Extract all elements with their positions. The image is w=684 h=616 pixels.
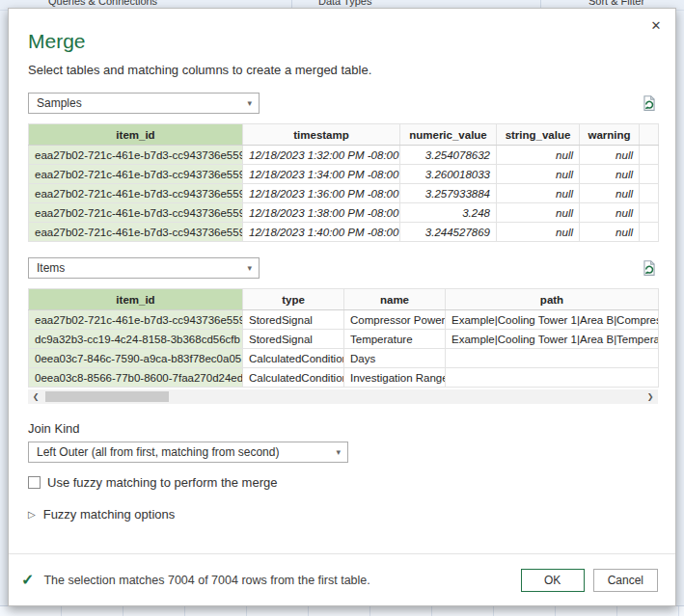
table-cell[interactable] [446, 349, 659, 368]
table-cell[interactable]: eaa27b02-721c-461e-b7d3-cc943736e559 [29, 146, 243, 165]
second-table-selector-row: Items ▾ [28, 257, 658, 279]
table-row: 0eea03c7-846c-7590-a9ca-b83f78ec0a05 Cal… [29, 349, 659, 368]
table-cell[interactable]: Investigation Range [344, 368, 446, 388]
join-kind-label: Join Kind [28, 421, 656, 436]
column-header-item-id[interactable]: item_id [29, 289, 243, 310]
table-cell[interactable]: 12/18/2023 1:38:00 PM -08:00 [243, 203, 400, 223]
success-check-icon: ✓ [21, 571, 34, 589]
table-cell[interactable]: null [580, 146, 640, 165]
ribbon-group-queries-connections: Queries & Connections [48, 0, 157, 7]
column-header-numeric-value[interactable]: numeric_value [400, 124, 497, 146]
status-message: The selection matches 7004 of 7004 rows … [43, 574, 511, 587]
header-row: item_id type name path [29, 289, 659, 310]
header-row: item_id timestamp numeric_value string_v… [29, 124, 659, 146]
filler-header [640, 124, 659, 146]
column-header-type[interactable]: type [243, 289, 344, 310]
table-cell[interactable]: null [497, 203, 580, 223]
table-cell[interactable]: StoredSignal [243, 310, 344, 330]
filler-cell [640, 223, 659, 242]
column-header-path[interactable]: path [446, 289, 659, 310]
table-cell[interactable]: StoredSignal [243, 330, 344, 349]
dialog-subtitle: Select tables and matching columns to cr… [28, 63, 656, 77]
ribbon-group-sort-filter: Sort & Filter [588, 0, 644, 7]
fuzzy-matching-checkbox-label: Use fuzzy matching to perform the merge [47, 475, 277, 490]
table-cell[interactable]: null [580, 223, 640, 242]
table-cell[interactable]: Example|Cooling Tower 1|Area B|Compress [446, 310, 659, 330]
first-table-preview: item_id timestamp numeric_value string_v… [28, 123, 659, 242]
table-row: eaa27b02-721c-461e-b7d3-cc943736e559 12/… [29, 203, 659, 223]
table-cell[interactable]: 12/18/2023 1:32:00 PM -08:00 [243, 146, 400, 165]
scroll-right-icon[interactable]: ❯ [643, 389, 658, 404]
table-cell[interactable]: CalculatedCondition [243, 368, 344, 388]
filler-cell [640, 146, 659, 165]
dialog-title: Merge [28, 30, 656, 53]
table-cell[interactable]: eaa27b02-721c-461e-b7d3-cc943736e559 [29, 203, 243, 223]
expander-triangle-icon: ▷ [28, 509, 36, 520]
join-kind-select-value: Left Outer (all from first, matching fro… [37, 445, 279, 459]
scrollbar-thumb[interactable] [45, 391, 169, 402]
merge-dialog: ✕ Merge Select tables and matching colum… [8, 8, 676, 606]
table-cell[interactable]: Compressor Power [344, 310, 446, 330]
first-table-select[interactable]: Samples ▾ [28, 93, 260, 114]
table-cell[interactable]: 0eea03c8-8566-77b0-8600-7faa270d24ed [29, 368, 243, 388]
refresh-preview-icon[interactable] [641, 94, 658, 112]
table-cell[interactable]: 12/18/2023 1:40:00 PM -08:00 [243, 223, 400, 242]
table-cell[interactable]: 3.260018033 [400, 165, 497, 184]
table-cell[interactable]: 0eea03c7-846c-7590-a9ca-b83f78ec0a05 [29, 349, 243, 368]
table-cell[interactable]: 3.248 [400, 203, 497, 223]
table-cell[interactable]: eaa27b02-721c-461e-b7d3-cc943736e559 [29, 223, 243, 242]
table-cell[interactable]: 3.257933884 [400, 184, 497, 203]
table-cell[interactable] [446, 368, 659, 388]
table-cell[interactable]: Example|Cooling Tower 1|Area B|Temperat [446, 330, 659, 349]
column-header-name[interactable]: name [344, 289, 446, 310]
fuzzy-matching-checkbox[interactable] [28, 476, 41, 489]
table-cell[interactable]: eaa27b02-721c-461e-b7d3-cc943736e559 [29, 310, 243, 330]
scrollbar-track[interactable] [43, 389, 643, 404]
table-cell[interactable]: CalculatedCondition [243, 349, 344, 368]
fuzzy-options-expander[interactable]: ▷ Fuzzy matching options [28, 507, 656, 522]
table-cell[interactable]: 12/18/2023 1:34:00 PM -08:00 [243, 165, 400, 184]
first-table-select-value: Samples [37, 96, 82, 110]
table-row: eaa27b02-721c-461e-b7d3-cc943736e559 Sto… [29, 310, 659, 330]
close-icon[interactable]: ✕ [646, 16, 666, 36]
table-cell[interactable]: null [497, 184, 580, 203]
column-header-warning[interactable]: warning [580, 124, 640, 146]
table-cell[interactable]: 3.254078632 [400, 146, 497, 165]
fuzzy-options-label: Fuzzy matching options [43, 507, 176, 522]
table-row: dc9a32b3-cc19-4c24-8158-3b368cd56cfb Sto… [29, 330, 659, 349]
fuzzy-matching-checkbox-row[interactable]: Use fuzzy matching to perform the merge [28, 475, 656, 490]
table-cell[interactable]: 12/18/2023 1:36:00 PM -08:00 [243, 184, 400, 203]
refresh-preview-icon[interactable] [641, 259, 658, 277]
column-header-timestamp[interactable]: timestamp [243, 124, 400, 146]
filler-cell [640, 165, 659, 184]
table-cell[interactable]: eaa27b02-721c-461e-b7d3-cc943736e559 [29, 184, 243, 203]
table-cell[interactable]: dc9a32b3-cc19-4c24-8158-3b368cd56cfb [29, 330, 243, 349]
table-cell[interactable]: null [580, 203, 640, 223]
second-table-preview: item_id type name path eaa27b02-721c-461… [28, 288, 659, 388]
horizontal-scrollbar[interactable]: ❮ ❯ [28, 389, 658, 404]
chevron-down-icon: ▾ [336, 448, 341, 457]
table-row: eaa27b02-721c-461e-b7d3-cc943736e559 12/… [29, 165, 659, 184]
cancel-button[interactable]: Cancel [593, 569, 658, 592]
table-cell[interactable]: null [580, 165, 640, 184]
table-cell[interactable]: null [580, 184, 640, 203]
table-cell[interactable]: Temperature [344, 330, 446, 349]
table-cell[interactable]: null [497, 165, 580, 184]
table-cell[interactable]: eaa27b02-721c-461e-b7d3-cc943736e559 [29, 165, 243, 184]
filler-cell [640, 184, 659, 203]
worksheet-strip [0, 605, 684, 616]
table-cell[interactable]: 3.244527869 [400, 223, 497, 242]
column-header-item-id[interactable]: item_id [29, 124, 243, 146]
ok-button[interactable]: OK [521, 569, 585, 592]
table-row: 0eea03c8-8566-77b0-8600-7faa270d24ed Cal… [29, 368, 659, 388]
join-kind-select[interactable]: Left Outer (all from first, matching fro… [28, 442, 348, 463]
ribbon-group-data-types: Data Types [318, 0, 371, 7]
scroll-left-icon[interactable]: ❮ [28, 389, 43, 404]
filler-cell [640, 203, 659, 223]
table-cell[interactable]: null [497, 146, 580, 165]
table-cell[interactable]: null [497, 223, 580, 242]
table-row: eaa27b02-721c-461e-b7d3-cc943736e559 12/… [29, 223, 659, 242]
column-header-string-value[interactable]: string_value [497, 124, 580, 146]
table-cell[interactable]: Days [344, 349, 446, 368]
second-table-select[interactable]: Items ▾ [28, 257, 260, 279]
